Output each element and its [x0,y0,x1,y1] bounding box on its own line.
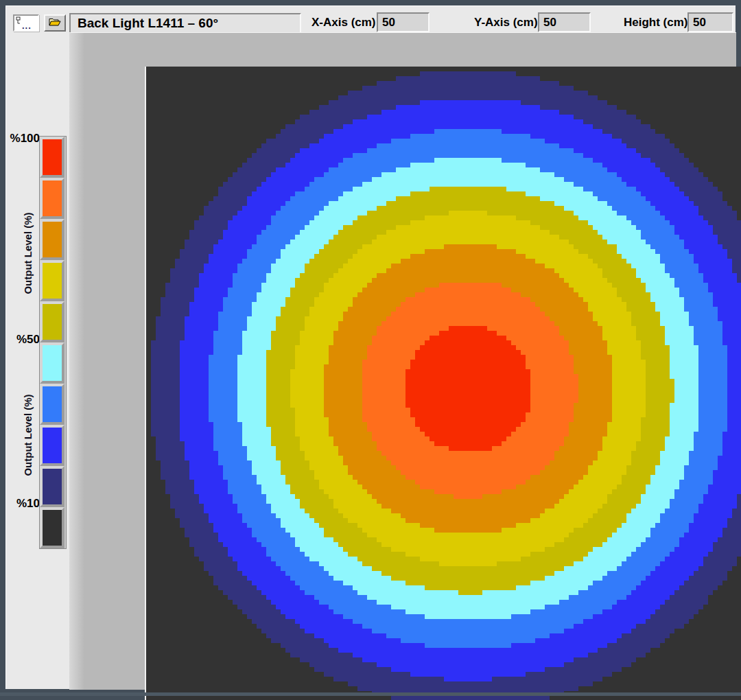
legend-swatch [40,384,64,425]
height-label: Height (cm) [624,14,684,31]
legend-tick-100: %100 [6,131,40,146]
legend-swatch [40,342,64,384]
path-control[interactable]: ... [13,14,39,32]
legend-swatch [40,507,64,548]
xaxis-label: X-Axis (cm) [311,14,373,31]
legend-swatch [40,466,64,507]
intensity-plot [146,67,741,700]
legend-swatch [40,301,64,342]
xaxis-input[interactable] [377,12,430,32]
legend-tick-50: %50 [6,332,40,347]
legend-tick-10: %10 [6,496,40,511]
title-field[interactable] [69,13,301,34]
height-input[interactable] [687,12,733,32]
open-folder-icon [49,17,61,30]
legend-swatch [40,178,64,219]
legend-axis-label-upper: Output Level (%) [22,212,34,294]
legend-swatch [40,260,64,301]
plot-area [145,67,741,700]
legend-swatch [40,219,64,260]
plot-panel [69,32,736,690]
content-area: ... X-Axis (cm) Y-Axis (cm) Height (cm) … [5,5,736,689]
legend-swatch-column [39,136,67,549]
legend-axis-label-lower: Output Level (%) [22,394,34,476]
window-frame: { "toolbar": { "path_control_text": "...… [0,0,741,700]
legend-swatch [40,137,64,178]
open-folder-button[interactable] [44,14,66,32]
window-frame-bottom [0,692,741,696]
legend-swatch [40,425,64,466]
yaxis-label: Y-Axis (cm) [474,14,534,31]
path-glyph-icon [16,16,21,28]
path-control-text: ... [22,23,32,30]
yaxis-input[interactable] [538,12,591,32]
